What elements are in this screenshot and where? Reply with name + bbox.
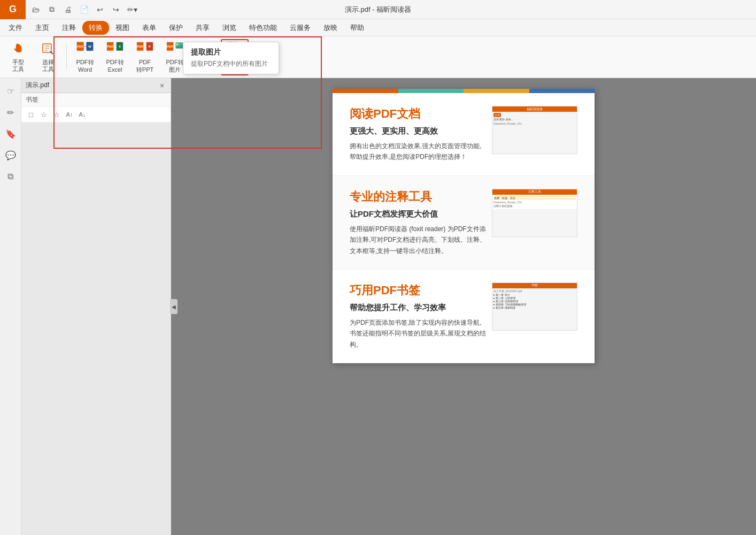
tooltip-box: 提取图片 提取PDF文档中的所有图片 — [183, 42, 279, 74]
bookmark-tools: □ ☆ ☆ A↑ A↓ — [21, 107, 171, 123]
open-folder-btn[interactable]: 🗁 — [30, 4, 42, 16]
pdf-to-word-btn[interactable]: PDF → W PDF转Word — [71, 39, 99, 75]
file-tab: 演示.pdf × — [21, 78, 171, 93]
mini-app-screenshot-3: 书签 员工手册_20120917.pdf ▸ 第一章 简介 ▸ 第二章 入职管理… — [492, 282, 577, 331]
svg-text:PDF: PDF — [137, 45, 144, 49]
colorbar-yellow — [464, 89, 529, 93]
redo-btn[interactable]: ↪ — [110, 4, 122, 16]
file-content-area — [21, 123, 171, 535]
undo-btn[interactable]: ↩ — [94, 4, 106, 16]
new-doc-btn[interactable]: 📄 — [78, 4, 90, 16]
svg-text:P: P — [149, 45, 151, 49]
pdf-to-excel-icon: PDF → X — [106, 41, 124, 58]
pdf-to-word-icon: PDF → W — [76, 41, 94, 58]
pdf-to-image-icon: PDF → — [166, 41, 183, 58]
bookmark-tool-4[interactable]: A↑ — [64, 109, 75, 120]
pdf-section-2: 注释工具 免费、快速、安全 Datasheet_Reader_CN... 注释工… — [333, 176, 595, 270]
pdf-to-image-label: PDF转图片 — [166, 59, 184, 73]
menu-file[interactable]: 文件 — [2, 21, 29, 35]
pdf-viewer-area: 福昕阅读器 主页 选择 删除 图标... Datasheet_Reader_CN… — [171, 78, 756, 535]
menu-share[interactable]: 共享 — [189, 21, 216, 35]
colorbar-blue — [529, 89, 595, 93]
svg-text:PDF: PDF — [77, 45, 84, 49]
title-bar-tools: 🗁 ⧉ 🖨 📄 ↩ ↪ ✏▾ — [26, 4, 142, 16]
sidebar-bookmark-icon[interactable]: 🔖 — [2, 125, 19, 142]
pdf-to-ppt-btn[interactable]: PDF → P PDF转PPT — [131, 39, 159, 75]
tooltip-description: 提取PDF文档中的所有图片 — [191, 59, 271, 68]
menu-convert[interactable]: 转换 — [82, 21, 109, 35]
collapse-arrow-btn[interactable]: ◀ — [170, 299, 178, 314]
menu-home[interactable]: 主页 — [29, 21, 56, 35]
window-title: 演示.pdf - 福昕阅读器 — [345, 5, 411, 14]
menu-browse[interactable]: 浏览 — [216, 21, 243, 35]
svg-text:PDF: PDF — [107, 45, 114, 49]
pdf-section-3: 书签 员工手册_20120917.pdf ▸ 第一章 简介 ▸ 第二章 入职管理… — [333, 270, 595, 363]
pdf-to-ppt-label: PDF转PPT — [136, 59, 153, 73]
svg-text:W: W — [88, 45, 91, 49]
more-tools-btn[interactable]: ✏▾ — [126, 4, 138, 16]
hand-tool-btn[interactable]: 手型工具 — [4, 39, 32, 75]
select-tool-icon — [40, 41, 57, 58]
pdf-page: 福昕阅读器 主页 选择 删除 图标... Datasheet_Reader_CN… — [333, 89, 595, 363]
mini-app-bar-2: 注释工具 — [492, 189, 577, 195]
select-tool-btn[interactable]: 选择工具 — [34, 39, 62, 75]
sidebar-hand-icon[interactable]: ☞ — [2, 82, 19, 100]
mini-app-bar-3: 书签 — [492, 283, 577, 288]
hand-tool-label: 手型工具 — [12, 59, 24, 73]
pdf-to-word-label: PDF转Word — [76, 59, 94, 73]
select-tool-label: 选择工具 — [42, 59, 54, 73]
menu-features[interactable]: 特色功能 — [243, 21, 283, 35]
pdf-to-excel-label: PDF转Excel — [106, 59, 124, 73]
svg-point-20 — [176, 44, 179, 46]
toolbar: 手型工具 选择工具 PDF → W PDF转Word — [0, 36, 756, 78]
bookmark-bar: 书签 — [21, 93, 171, 107]
bookmark-label: 书签 — [26, 96, 38, 103]
left-sidebar: ☞ ✏ 🔖 💬 ⧉ — [0, 78, 21, 535]
mini-app-screenshot-1: 福昕阅读器 主页 选择 删除 图标... Datasheet_Reader_CN… — [492, 106, 577, 154]
bookmark-tool-2[interactable]: ☆ — [38, 109, 49, 120]
app-logo: G — [0, 0, 26, 19]
sidebar-copy-icon[interactable]: ⧉ — [2, 168, 19, 185]
separator-1 — [66, 44, 67, 71]
pdf-section-1: 福昕阅读器 主页 选择 删除 图标... Datasheet_Reader_CN… — [333, 93, 595, 176]
file-panel: 演示.pdf × 书签 □ ☆ ☆ A↑ A↓ — [21, 78, 171, 535]
mini-app-screenshot-2: 注释工具 免费、快速、安全 Datasheet_Reader_CN... 注释工… — [492, 189, 577, 237]
main-area: ☞ ✏ 🔖 💬 ⧉ 演示.pdf × 书签 □ ☆ ☆ A↑ A↓ ◀ — [0, 78, 756, 535]
menu-help[interactable]: 帮助 — [344, 21, 371, 35]
bookmark-tool-5[interactable]: A↓ — [77, 109, 88, 120]
menu-annotate[interactable]: 注释 — [56, 21, 82, 35]
title-bar: G 🗁 ⧉ 🖨 📄 ↩ ↪ ✏▾ 演示.pdf - 福昕阅读器 — [0, 0, 756, 19]
new-window-btn[interactable]: ⧉ — [46, 4, 58, 16]
sidebar-edit-icon[interactable]: ✏ — [2, 104, 19, 121]
tooltip-title: 提取图片 — [191, 48, 271, 57]
file-tab-name: 演示.pdf — [26, 81, 158, 90]
colorbar-orange — [333, 89, 398, 93]
pdf-to-ppt-icon: PDF → P — [136, 41, 153, 58]
svg-text:PDF: PDF — [167, 45, 174, 49]
pdf-to-excel-btn[interactable]: PDF → X PDF转Excel — [101, 39, 129, 75]
mini-app-content-2: 免费、快速、安全 Datasheet_Reader_CN... 注释工具栏选项.… — [492, 195, 577, 209]
bookmark-tool-3[interactable]: ☆ — [51, 109, 62, 120]
menu-form[interactable]: 表单 — [136, 21, 163, 35]
print-btn[interactable]: 🖨 — [62, 4, 74, 16]
menu-protect[interactable]: 保护 — [163, 21, 189, 35]
mini-app-content-1: 主页 选择 删除 图标... Datasheet_Reader_CN... — [492, 112, 577, 126]
menu-bar: 文件 主页 注释 转换 视图 表单 保护 共享 浏览 特色功能 云服务 放映 帮… — [0, 19, 756, 36]
colorbar-teal — [398, 89, 464, 93]
hand-tool-icon — [10, 41, 27, 58]
bookmark-tool-1[interactable]: □ — [26, 109, 36, 120]
file-tab-close-btn[interactable]: × — [158, 81, 166, 90]
pdf-colorbar — [333, 89, 595, 93]
menu-view[interactable]: 视图 — [109, 21, 136, 35]
menu-slideshow[interactable]: 放映 — [317, 21, 344, 35]
mini-app-bar-1: 福昕阅读器 — [492, 106, 577, 112]
menu-cloud[interactable]: 云服务 — [283, 21, 317, 35]
mini-app-content-3: 员工手册_20120917.pdf ▸ 第一章 简介 ▸ 第二章 入职管理 ▸ … — [492, 288, 577, 310]
sidebar-comment-icon[interactable]: 💬 — [2, 147, 19, 164]
